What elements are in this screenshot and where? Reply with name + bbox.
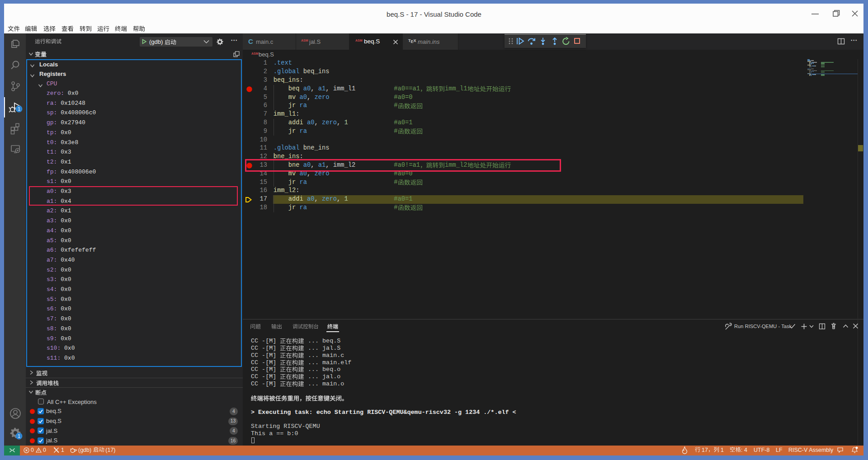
svg-text:1: 1 <box>18 107 20 112</box>
svg-text:1: 1 <box>18 434 20 439</box>
